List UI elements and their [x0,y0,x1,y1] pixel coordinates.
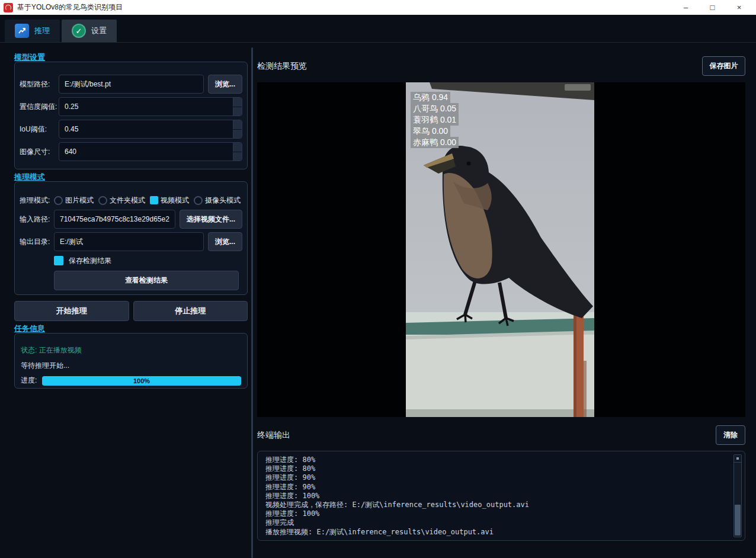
inference-mode-group: 推理模式: 图片模式 文件夹模式 视频模式 [14,181,248,295]
view-results-button[interactable]: 查看检测结果 [54,271,239,290]
output-dir-label: 输出目录: [20,237,54,247]
input-path-label: 输入路径: [20,214,54,225]
tab-settings-label: 设置 [91,25,107,36]
app-icon [4,3,13,12]
terminal-line: 推理进度: 100% [265,492,729,501]
waiting-text: 等待推理开始... [21,361,241,371]
input-path-input[interactable] [54,210,175,229]
stop-inference-button[interactable]: 停止推理 [133,301,248,321]
start-inference-button[interactable]: 开始推理 [14,301,129,321]
terminal-line: 推理进度: 90% [265,483,729,492]
check-circle-icon: ✓ [72,24,86,38]
progress-bar: 100% [42,376,241,386]
tab-settings[interactable]: ✓ 设置 [62,20,117,42]
save-image-button[interactable]: 保存图片 [702,56,745,76]
terminal-line: 推理进度: 90% [265,473,729,482]
model-path-label: 模型路径: [20,79,59,89]
tab-inference-label: 推理 [34,25,50,36]
detection-label: 赤麻鸭 0.00 [411,137,459,148]
terminal-line: 视频处理完成，保存路径: E:/测试\inference_results\vid… [265,501,729,509]
save-results-label: 保存检测结果 [69,256,111,266]
terminal-output: 推理进度: 80% 推理进度: 80% 推理进度: 90% 推理进度: 90% … [257,451,745,541]
titlebar: 基于YOLOv8的常见鸟类识别项目 – □ × [0,0,756,15]
terminal-scrollbar[interactable] [733,454,742,537]
terminal-line: 推理进度: 80% [265,464,729,473]
mode-radio-group: 图片模式 文件夹模式 视频模式 摄像头模式 [54,195,242,206]
action-buttons: 开始推理 停止推理 [14,301,248,321]
image-size-spinner[interactable] [59,142,242,161]
select-video-button[interactable]: 选择视频文件... [180,210,242,229]
confidence-label: 置信度阈值: [20,102,59,112]
minimize-button[interactable]: – [672,0,699,15]
radio-icon [194,196,203,205]
detection-label: 蓑羽鹤 0.01 [411,114,459,126]
scroll-up-icon[interactable] [734,455,741,463]
scrollbar-thumb[interactable] [735,505,741,535]
output-browse-button[interactable]: 浏览... [208,232,242,251]
model-path-input[interactable] [59,75,204,94]
model-browse-button[interactable]: 浏览... [208,75,242,94]
confidence-spinner[interactable] [59,97,242,116]
main-content: 模型设置 模型路径: 浏览... 置信度阈值: IoU阈值: [0,42,756,558]
mode-label: 推理模式: [20,195,54,206]
radio-icon [54,196,63,205]
app-body: 推理 ✓ 设置 模型设置 模型路径: 浏览... 置信度阈值: [0,15,756,558]
image-size-input[interactable] [59,142,242,161]
detection-label: 八哥鸟 0.05 [411,103,459,114]
status-value: 正在播放视频 [39,346,82,354]
iou-spinner[interactable] [59,120,242,139]
spinner-arrows-icon[interactable] [233,143,242,161]
image-size-label: 图像尺寸: [20,147,59,157]
mode-option-folder[interactable]: 文件夹模式 [98,195,145,206]
confidence-input[interactable] [59,97,242,116]
detection-label: 乌鸦 0.94 [411,92,450,103]
save-results-checkbox[interactable] [54,256,63,265]
panel-splitter[interactable] [251,47,253,558]
tab-bar: 推理 ✓ 设置 [5,20,117,42]
model-settings-group: 模型路径: 浏览... 置信度阈值: IoU阈值: [14,62,248,169]
terminal-line: 推理进度: 100% [265,509,729,518]
detection-labels: 乌鸦 0.94 八哥鸟 0.05 蓑羽鹤 0.01 翠鸟 0.00 赤麻鸭 0.… [411,92,459,148]
preview-title: 检测结果预览 [257,61,307,72]
radio-selected-icon [150,196,158,204]
app-window: 基于YOLOv8的常见鸟类识别项目 – □ × 推理 ✓ 设置 模型设置 [0,0,756,558]
window-controls: – □ × [672,0,752,15]
detection-label: 翠鸟 0.00 [411,126,450,137]
iou-label: IoU阈值: [20,124,59,134]
progress-text: 100% [42,376,241,386]
terminal-line: 推理完成 [265,518,729,527]
video-preview-area: 乌鸦 0.94 八哥鸟 0.05 蓑羽鹤 0.01 翠鸟 0.00 赤麻鸭 0.… [257,82,745,417]
window-title: 基于YOLOv8的常见鸟类识别项目 [17,2,123,12]
right-panel: 检测结果预览 保存图片 [257,43,745,558]
output-dir-input[interactable] [54,232,204,251]
spinner-arrows-icon[interactable] [233,98,242,116]
tab-inference[interactable]: 推理 [5,20,60,42]
status-line: 状态: 正在播放视频 [21,345,241,355]
terminal-line: 推理进度: 80% [265,456,729,464]
terminal-line: 播放推理视频: E:/测试\inference_results\video_ou… [265,528,729,537]
radio-icon [98,196,107,205]
video-frame: 乌鸦 0.94 八哥鸟 0.05 蓑羽鹤 0.01 翠鸟 0.00 赤麻鸭 0.… [406,82,594,417]
close-button[interactable]: × [726,0,752,15]
spinner-arrows-icon[interactable] [233,120,242,138]
mode-option-camera[interactable]: 摄像头模式 [194,195,241,206]
maximize-button[interactable]: □ [699,0,726,15]
mode-option-image[interactable]: 图片模式 [54,195,94,206]
chart-trend-icon [15,24,29,38]
mode-option-video[interactable]: 视频模式 [150,195,189,206]
status-prefix: 状态: [21,346,37,354]
progress-label: 进度: [21,376,42,386]
terminal-title: 终端输出 [257,430,290,441]
iou-input[interactable] [59,120,242,139]
clear-terminal-button[interactable]: 清除 [716,425,745,445]
task-info-group: 状态: 正在播放视频 等待推理开始... 进度: 100% [14,333,248,389]
